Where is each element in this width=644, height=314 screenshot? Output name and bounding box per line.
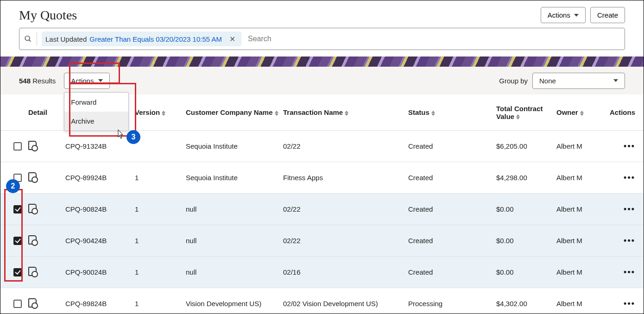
caret-down-icon: [98, 79, 103, 82]
search-input[interactable]: [241, 35, 620, 43]
decorative-band: [0, 57, 644, 67]
quote-id: CPQ-90024B: [65, 268, 135, 276]
row-actions-menu[interactable]: •••: [624, 173, 635, 182]
sort-icon: [162, 111, 165, 116]
search-bar[interactable]: Last Updated Greater Than Equals 03/20/2…: [19, 28, 625, 50]
groupby-select[interactable]: None: [532, 73, 625, 89]
transaction-cell: 02/22: [283, 205, 408, 213]
groupby-value: None: [539, 77, 556, 85]
version-cell: 1: [135, 174, 186, 182]
col-detail: Detail: [28, 108, 65, 116]
search-icon[interactable]: [24, 32, 37, 45]
tcv-cell: $4,298.00: [496, 174, 556, 182]
status-cell: Created: [408, 268, 496, 276]
detail-icon[interactable]: [28, 298, 37, 308]
col-version[interactable]: Version: [135, 108, 186, 116]
owner-cell: Albert M: [556, 300, 603, 308]
customer-cell: Sequoia Institute: [186, 142, 283, 150]
customer-cell: Vision Development US): [186, 300, 283, 308]
col-transaction[interactable]: Transaction Name: [283, 108, 408, 116]
customer-cell: null: [186, 268, 283, 276]
detail-icon[interactable]: [28, 141, 37, 150]
table-row: CPQ-90024B1null02/16Created$0.00Albert M…: [0, 257, 644, 288]
transaction-cell: 02/16: [283, 268, 408, 276]
status-cell: Created: [408, 174, 496, 182]
col-tcv[interactable]: Total Contract Value: [496, 105, 556, 120]
filter-chip-value: Greater Than Equals 03/20/2023 10:55 AM: [89, 35, 222, 43]
version-cell: 1: [135, 300, 186, 308]
owner-cell: Albert M: [556, 142, 603, 150]
version-cell: 1: [135, 268, 186, 276]
status-cell: Processing: [408, 300, 496, 308]
version-cell: 1: [135, 237, 186, 245]
tcv-cell: $0.00: [496, 205, 556, 213]
col-actions: Actions: [603, 108, 635, 116]
owner-cell: Albert M: [556, 268, 603, 276]
table-row: CPQ-90824B1null02/22Created$0.00Albert M…: [0, 194, 644, 225]
sort-icon: [580, 111, 584, 116]
close-icon[interactable]: ✕: [227, 33, 238, 44]
transaction-cell: Fitness Apps: [283, 174, 408, 182]
bulk-actions-dropdown: Forward Archive: [64, 92, 129, 131]
svg-line-1: [29, 40, 31, 42]
customer-cell: null: [186, 205, 283, 213]
caret-down-icon: [574, 14, 579, 17]
transaction-cell: 02/02 Vision Development US): [283, 300, 408, 308]
tcv-cell: $4,302.00: [496, 300, 556, 308]
detail-icon[interactable]: [28, 267, 37, 276]
sort-icon: [275, 111, 278, 116]
status-cell: Created: [408, 142, 496, 150]
row-checkbox[interactable]: [13, 142, 22, 151]
sort-icon: [345, 111, 348, 116]
quote-id: CPQ-91324B: [65, 142, 135, 150]
bulk-actions-label: Actions: [71, 77, 94, 85]
row-checkbox[interactable]: [13, 300, 22, 308]
detail-icon[interactable]: [28, 235, 37, 245]
row-actions-menu[interactable]: •••: [624, 204, 635, 214]
cursor-icon: [116, 129, 124, 139]
status-cell: Created: [408, 205, 496, 213]
customer-cell: null: [186, 237, 283, 245]
table-row: CPQ-89924B1Sequoia InstituteFitness Apps…: [0, 162, 644, 194]
transaction-cell: 02/22: [283, 237, 408, 245]
quote-id: CPQ-90824B: [65, 205, 135, 213]
tcv-cell: $0.00: [496, 237, 556, 245]
callout-badge-3: 3: [126, 130, 140, 144]
sort-icon: [516, 114, 520, 119]
page-title: My Quotes: [19, 8, 77, 23]
quote-id: CPQ-90424B: [65, 237, 135, 245]
tcv-cell: $6,205.00: [496, 142, 556, 150]
row-checkbox[interactable]: [13, 237, 22, 245]
col-customer[interactable]: Customer Company Name: [186, 108, 283, 116]
detail-icon[interactable]: [28, 172, 37, 182]
filter-chip[interactable]: Last Updated Greater Than Equals 03/20/2…: [42, 31, 241, 46]
version-cell: 1: [135, 205, 186, 213]
status-cell: Created: [408, 237, 496, 245]
row-checkbox[interactable]: [13, 205, 22, 214]
row-actions-menu[interactable]: •••: [624, 141, 635, 151]
detail-icon[interactable]: [28, 204, 37, 213]
row-actions-menu[interactable]: •••: [624, 267, 635, 276]
dropdown-item-forward[interactable]: Forward: [64, 93, 128, 112]
owner-cell: Albert M: [556, 174, 603, 182]
quote-id: CPQ-89924B: [65, 174, 135, 182]
owner-cell: Albert M: [556, 205, 603, 213]
owner-cell: Albert M: [556, 237, 603, 245]
row-actions-menu[interactable]: •••: [624, 236, 635, 245]
sort-icon: [431, 111, 435, 116]
quote-id: CPQ-89824B: [65, 300, 135, 308]
header-actions-button[interactable]: Actions: [541, 7, 586, 23]
row-checkbox[interactable]: [13, 268, 22, 276]
callout-badge-2: 2: [6, 179, 20, 193]
dropdown-item-archive[interactable]: Archive: [64, 112, 128, 131]
row-actions-menu[interactable]: •••: [624, 299, 635, 308]
create-button[interactable]: Create: [590, 7, 625, 23]
transaction-cell: 02/22: [283, 142, 408, 150]
col-status[interactable]: Status: [408, 108, 496, 116]
filter-chip-label: Last Updated: [45, 35, 87, 43]
svg-point-0: [25, 36, 30, 41]
table-row: CPQ-89824B1Vision Development US)02/02 V…: [0, 288, 644, 314]
col-owner[interactable]: Owner: [556, 108, 603, 116]
results-count: 548 Results: [19, 77, 56, 85]
bulk-actions-button[interactable]: Actions: [64, 73, 110, 89]
